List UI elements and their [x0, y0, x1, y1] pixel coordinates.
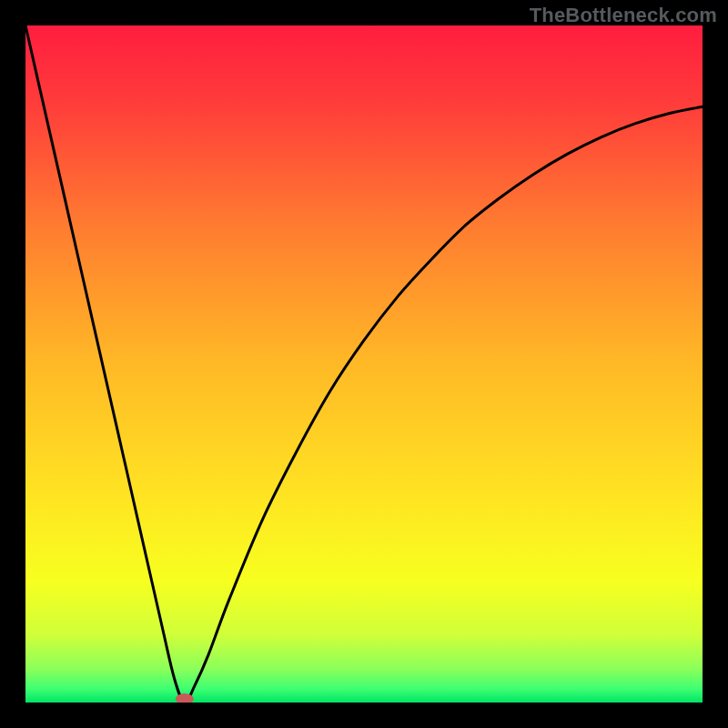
plot-area [25, 25, 703, 703]
watermark-label: TheBottleneck.com [530, 4, 717, 27]
gradient-background [25, 25, 703, 703]
chart-frame: TheBottleneck.com [0, 0, 728, 728]
bottleneck-chart [25, 25, 703, 703]
